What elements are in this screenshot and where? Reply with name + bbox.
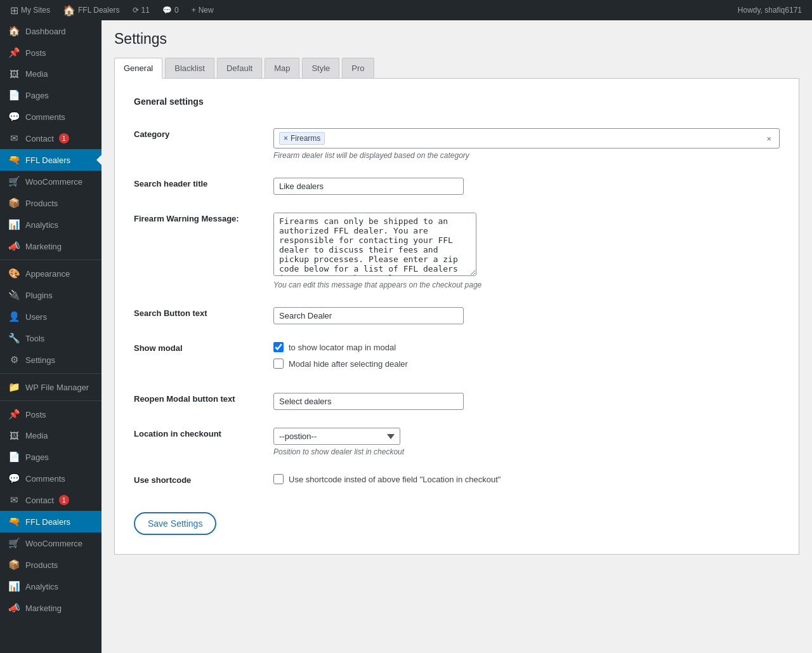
- updates-icon: ⟳: [133, 6, 139, 15]
- sidebar-item-users[interactable]: 👤 Users: [0, 306, 102, 327]
- sidebar-label-media: Media: [25, 69, 48, 79]
- page-title: Settings: [114, 30, 799, 48]
- warning-message-row: Firearm Warning Message: Firearms can on…: [134, 204, 780, 298]
- sidebar-label-dashboard: Dashboard: [25, 27, 66, 36]
- sidebar-item-woocommerce2[interactable]: 🛒 WooCommerce: [0, 532, 102, 554]
- adminbar-updates[interactable]: ⟳ 11: [128, 0, 155, 20]
- sidebar-item-settings[interactable]: ⚙ Settings: [0, 349, 102, 371]
- search-button-text-input[interactable]: [273, 307, 464, 324]
- modal-hide-checkbox[interactable]: [273, 359, 284, 369]
- sidebar-item-analytics[interactable]: 📊 Analytics: [0, 214, 102, 235]
- sidebar-item-woocommerce[interactable]: 🛒 WooCommerce: [0, 171, 102, 192]
- sidebar-item-media2[interactable]: 🖼 Media: [0, 425, 102, 446]
- tag-remove-icon[interactable]: ×: [284, 134, 288, 143]
- search-button-text-row: Search Button text: [134, 298, 780, 333]
- use-shortcode-checkbox[interactable]: [273, 474, 284, 484]
- reopen-modal-field[interactable]: [273, 384, 780, 419]
- category-field: × Firearms × Firearm dealer list will be…: [273, 119, 780, 169]
- use-shortcode-row: Use shortcode Use shortcode insted of ab…: [134, 465, 780, 499]
- sidebar-item-plugins[interactable]: 🔌 Plugins: [0, 284, 102, 306]
- reopen-modal-row: Reopen Modal button text: [134, 384, 780, 419]
- sidebar-item-analytics2[interactable]: 📊 Analytics: [0, 576, 102, 597]
- sidebar-item-pages2[interactable]: 📄 Pages: [0, 446, 102, 468]
- use-shortcode-label: Use shortcode: [134, 465, 273, 499]
- contact2-badge: 1: [59, 495, 69, 505]
- sidebar-item-marketing2[interactable]: 📣 Marketing: [0, 597, 102, 619]
- use-shortcode-checkbox-label: Use shortcode insted of above field "Loc…: [289, 475, 501, 484]
- sidebar-label-products2: Products: [25, 560, 58, 570]
- sidebar-item-ffl-dealers[interactable]: 🔫 FFL Dealers: [0, 149, 102, 171]
- show-modal-checkbox1-row: to show locator map in modal: [273, 342, 780, 352]
- plus-icon: +: [192, 6, 196, 15]
- tab-general[interactable]: General: [114, 58, 162, 79]
- sidebar-item-pages[interactable]: 📄 Pages: [0, 84, 102, 106]
- location-checkout-label: Location in checkount: [134, 419, 273, 465]
- settings-table: Category × Firearms × Fi: [134, 119, 780, 499]
- pages2-icon: 📄: [8, 451, 20, 463]
- sidebar-item-tools[interactable]: 🔧 Tools: [0, 327, 102, 349]
- category-tag-input[interactable]: × Firearms ×: [273, 128, 780, 148]
- sidebar-label-posts: Posts: [25, 48, 46, 58]
- modal-hide-checkbox-label: Modal hide after selecting dealer: [289, 359, 408, 369]
- save-settings-button[interactable]: Save Settings: [134, 512, 216, 535]
- sidebar-item-products2[interactable]: 📦 Products: [0, 554, 102, 576]
- adminbar-howdy: Howdy, shafiq6171: [733, 6, 807, 15]
- sidebar-label-comments2: Comments: [25, 474, 65, 484]
- sidebar-item-media[interactable]: 🖼 Media: [0, 63, 102, 84]
- location-checkout-select[interactable]: --postion--: [273, 428, 400, 445]
- sidebar-item-wp-file-manager[interactable]: 📁 WP File Manager: [0, 376, 102, 398]
- plugins-icon: 🔌: [8, 289, 20, 301]
- reopen-modal-input[interactable]: [273, 393, 464, 410]
- search-header-title-label: Search header title: [134, 169, 273, 204]
- tab-style[interactable]: Style: [302, 58, 339, 78]
- sidebar-item-comments[interactable]: 💬 Comments: [0, 106, 102, 128]
- sidebar-item-appearance[interactable]: 🎨 Appearance: [0, 263, 102, 284]
- media-icon: 🖼: [8, 69, 20, 79]
- sidebar-label-appearance: Appearance: [25, 269, 70, 279]
- file-manager-icon: 📁: [8, 381, 20, 393]
- comments-icon: 💬: [8, 111, 20, 122]
- warning-message-textarea[interactable]: Firearms can only be shipped to an autho…: [273, 213, 476, 276]
- tab-pro[interactable]: Pro: [342, 58, 374, 78]
- sidebar-label-media2: Media: [25, 431, 48, 440]
- tab-default[interactable]: Default: [217, 58, 262, 78]
- separator-3: [0, 400, 102, 401]
- media2-icon: 🖼: [8, 430, 20, 441]
- sidebar-item-contact2[interactable]: ✉ Contact 1: [0, 489, 102, 511]
- posts-icon: 📌: [8, 47, 20, 58]
- category-tag: × Firearms: [279, 132, 325, 145]
- section-title: General settings: [134, 91, 780, 107]
- adminbar-site-label: FFL Dealers: [78, 6, 120, 15]
- adminbar-site[interactable]: 🏠 FFL Dealers: [58, 0, 125, 20]
- sidebar-label-ffl-dealers: FFL Dealers: [25, 155, 70, 165]
- tag-clear-button[interactable]: ×: [764, 134, 774, 143]
- tab-map[interactable]: Map: [265, 58, 299, 78]
- sidebar-item-dashboard[interactable]: 🏠 Dashboard: [0, 20, 102, 42]
- sidebar-item-products[interactable]: 📦 Products: [0, 192, 102, 214]
- sidebar-item-comments2[interactable]: 💬 Comments: [0, 468, 102, 489]
- search-header-title-input[interactable]: [273, 178, 464, 195]
- search-button-text-field[interactable]: [273, 298, 780, 333]
- sidebar-item-contact[interactable]: ✉ Contact 1: [0, 128, 102, 149]
- analytics2-icon: 📊: [8, 581, 20, 592]
- adminbar-new[interactable]: + New: [187, 0, 219, 20]
- sidebar-label-contact2: Contact: [25, 496, 54, 505]
- sidebar-item-posts2[interactable]: 📌 Posts: [0, 404, 102, 425]
- users-icon: 👤: [8, 311, 20, 322]
- adminbar-mysites[interactable]: ⊞ My Sites: [5, 0, 55, 20]
- contact-badge: 1: [59, 133, 69, 143]
- contact2-icon: ✉: [8, 494, 20, 506]
- dashboard-icon: 🏠: [8, 25, 20, 37]
- adminbar-comments[interactable]: 💬 0: [157, 0, 184, 20]
- separator-1: [0, 260, 102, 260]
- tag-value: Firearms: [291, 134, 320, 143]
- search-header-title-field[interactable]: [273, 169, 780, 204]
- sidebar-item-posts[interactable]: 📌 Posts: [0, 42, 102, 63]
- category-label: Category: [134, 119, 273, 169]
- sidebar-item-ffl-dealers2[interactable]: 🔫 FFL Dealers: [0, 511, 102, 532]
- sidebar-item-marketing[interactable]: 📣 Marketing: [0, 235, 102, 257]
- show-modal-row: Show modal to show locator map in modal …: [134, 333, 780, 384]
- show-modal-checkbox[interactable]: [273, 342, 284, 352]
- sidebar-label-marketing2: Marketing: [25, 604, 62, 613]
- tab-blacklist[interactable]: Blacklist: [165, 58, 214, 78]
